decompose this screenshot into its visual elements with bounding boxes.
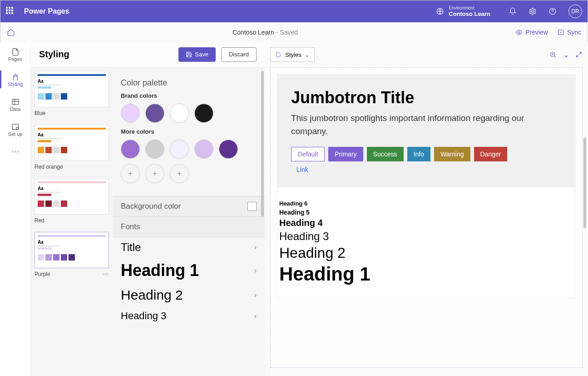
left-nav-rail: Pages Styling Data Set up ⋯ [0, 42, 31, 376]
color-swatch[interactable] [219, 140, 238, 159]
save-label: Save [195, 51, 208, 58]
color-swatch[interactable] [145, 104, 164, 123]
zoom-chevron-icon[interactable]: ⌄ [563, 50, 569, 59]
background-color-row[interactable]: Background color [113, 196, 265, 217]
canvas-wrapper: Jumbotron Title This jumbotron spotlight… [270, 67, 583, 368]
brand-colors-label: Brand colors [121, 92, 257, 99]
template-card[interactable]: Aa [35, 125, 109, 161]
environment-name: Contoso Learn [449, 10, 490, 17]
scrollbar-thumb[interactable] [583, 137, 586, 228]
heading-2: Heading 2 [279, 245, 573, 261]
page-icon [275, 51, 282, 58]
chevron-right-icon: › [254, 266, 257, 275]
heading-1: Heading 1 [279, 263, 573, 285]
template-card[interactable]: Aa [35, 71, 109, 107]
svg-point-3 [518, 31, 520, 33]
color-swatch[interactable] [194, 140, 213, 159]
chevron-right-icon: › [254, 291, 257, 299]
environment-icon [436, 7, 444, 15]
warning-button[interactable]: Warning [434, 147, 470, 161]
primary-button[interactable]: Primary [328, 147, 363, 161]
styling-header: Styling Save Discard [31, 42, 265, 67]
color-palette-title: Color palette [121, 78, 257, 88]
template-name: Purple⋯ [35, 271, 109, 277]
success-button[interactable]: Success [367, 147, 404, 161]
scrollbar-thumb[interactable] [261, 71, 264, 216]
preview-panel: Styles ⌄ ⌄ Jumbotron Title This jumbotro… [265, 42, 588, 376]
chevron-down-icon: ⌄ [305, 51, 310, 58]
font-title-row[interactable]: Title› [113, 237, 265, 257]
font-h3-row[interactable]: Heading 3› [113, 306, 265, 326]
add-swatch-row: + + + [121, 164, 257, 183]
main-area: AaBlueAaRed orangeAaRedAaPurple⋯ Color p… [31, 42, 588, 376]
pages-icon [11, 47, 20, 56]
discard-button[interactable]: Discard [221, 47, 257, 62]
data-icon [11, 97, 20, 106]
svg-rect-4 [558, 30, 563, 35]
save-button[interactable]: Save [178, 47, 216, 62]
color-swatch[interactable] [121, 140, 140, 159]
preview-label: Preview [525, 29, 548, 36]
settings-icon[interactable] [529, 7, 537, 15]
discard-label: Discard [229, 51, 249, 58]
font-label: Heading 3 [121, 310, 166, 322]
nav-styling[interactable]: Styling [0, 67, 30, 92]
heading-6: Heading 6 [279, 200, 573, 207]
nav-setup[interactable]: Set up [0, 117, 30, 142]
global-header: Power Pages Environment Contoso Learn DR [0, 0, 588, 22]
add-color-button[interactable]: + [170, 164, 189, 183]
preview-button[interactable]: Preview [515, 29, 548, 36]
nav-label: Set up [8, 131, 23, 137]
zoom-icon[interactable] [549, 51, 557, 58]
color-swatch[interactable] [170, 140, 189, 159]
page-title: Styling [39, 49, 178, 60]
font-h1-row[interactable]: Heading 1› [113, 257, 265, 284]
help-icon[interactable] [548, 7, 557, 15]
template-more-icon[interactable]: ⋯ [103, 271, 109, 277]
color-swatch[interactable] [145, 140, 164, 159]
nav-more[interactable]: ⋯ [0, 142, 30, 156]
environment-picker[interactable]: Environment Contoso Learn [436, 5, 490, 17]
font-label: Heading 2 [121, 287, 183, 303]
home-icon[interactable] [7, 28, 15, 36]
link[interactable]: Link [291, 166, 308, 173]
jumbotron-title: Jumbotron Title [291, 88, 562, 107]
add-color-button[interactable]: + [145, 164, 164, 183]
settings-panel: Color palette Brand colors More colors +… [113, 67, 265, 376]
sync-button[interactable]: Sync [557, 29, 581, 36]
expand-icon[interactable] [575, 51, 583, 58]
chevron-right-icon: › [254, 243, 257, 251]
color-swatch[interactable] [121, 104, 140, 123]
color-swatch[interactable] [170, 104, 189, 123]
default-button[interactable]: Default [291, 147, 325, 161]
nav-pages[interactable]: Pages [0, 42, 30, 67]
brand-swatch-row [121, 104, 257, 123]
site-name: Contoso Learn [232, 29, 274, 36]
template-sample-text: Aa [38, 186, 106, 191]
site-title: Contoso Learn - Saved [15, 29, 515, 36]
font-h2-row[interactable]: Heading 2› [113, 284, 265, 306]
heading-5: Heading 5 [279, 209, 573, 216]
save-icon [186, 51, 192, 58]
template-name: Blue [35, 110, 109, 116]
nav-label: Styling [8, 81, 23, 87]
styles-label: Styles [285, 51, 301, 58]
info-button[interactable]: Info [407, 147, 430, 161]
chevron-right-icon: › [254, 312, 257, 320]
danger-button[interactable]: Danger [474, 147, 508, 161]
notifications-icon[interactable] [509, 7, 517, 15]
template-card[interactable]: Aa [35, 232, 109, 268]
svg-point-1 [532, 10, 534, 13]
color-swatch[interactable] [194, 104, 213, 123]
preview-canvas: Jumbotron Title This jumbotron spotlight… [277, 74, 576, 298]
styles-dropdown[interactable]: Styles ⌄ [270, 47, 315, 62]
background-color-swatch[interactable] [247, 202, 257, 211]
add-color-button[interactable]: + [121, 164, 140, 183]
svg-point-7 [16, 127, 18, 129]
app-launcher-icon[interactable] [6, 7, 15, 16]
font-label: Title [121, 241, 141, 254]
nav-label: Data [10, 106, 20, 112]
nav-data[interactable]: Data [0, 92, 30, 117]
template-card[interactable]: Aa [35, 178, 109, 215]
user-avatar[interactable]: DR [568, 5, 582, 18]
